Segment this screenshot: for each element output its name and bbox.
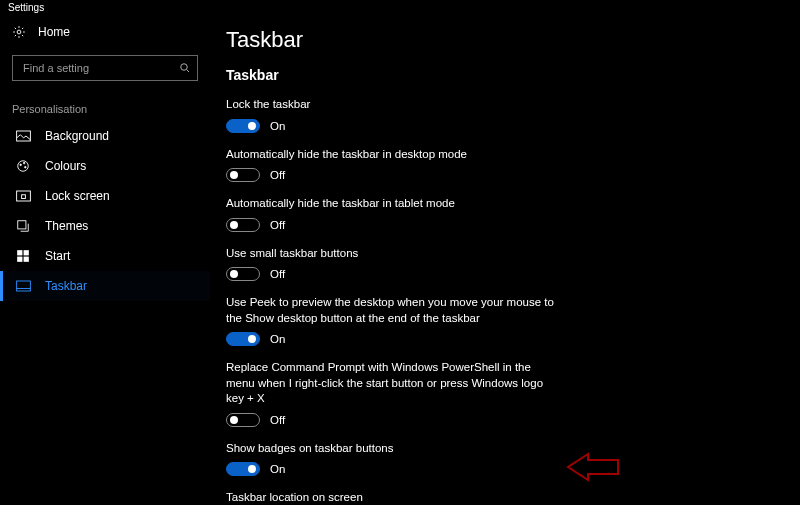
picture-icon <box>15 130 31 142</box>
sidebar-item-background[interactable]: Background <box>0 121 210 151</box>
toggle-peek[interactable] <box>226 332 260 346</box>
home-nav[interactable]: Home <box>0 19 210 45</box>
svg-rect-8 <box>21 195 25 199</box>
toggle-state: Off <box>270 219 285 231</box>
setting-label: Lock the taskbar <box>226 97 556 113</box>
setting-autohide-tablet: Automatically hide the taskbar in tablet… <box>226 196 556 232</box>
search-box[interactable] <box>12 55 198 81</box>
setting-peek: Use Peek to preview the desktop when you… <box>226 295 556 346</box>
toggle-state: On <box>270 463 285 475</box>
toggle-state: Off <box>270 268 285 280</box>
svg-rect-13 <box>24 257 29 262</box>
toggle-lock-taskbar[interactable] <box>226 119 260 133</box>
sidebar-item-themes[interactable]: Themes <box>0 211 210 241</box>
sidebar-item-label: Background <box>45 129 109 143</box>
toggle-badges[interactable] <box>226 462 260 476</box>
setting-lock-taskbar: Lock the taskbar On <box>226 97 556 133</box>
svg-point-3 <box>18 161 29 172</box>
toggle-state: On <box>270 333 285 345</box>
svg-rect-7 <box>16 191 30 201</box>
search-icon <box>179 62 191 74</box>
sidebar-item-colours[interactable]: Colours <box>0 151 210 181</box>
gear-icon <box>12 25 26 39</box>
svg-point-6 <box>25 166 27 168</box>
sidebar-item-taskbar[interactable]: Taskbar <box>0 271 210 301</box>
sidebar-item-label: Taskbar <box>45 279 87 293</box>
lockscreen-icon <box>15 190 31 202</box>
setting-label: Use Peek to preview the desktop when you… <box>226 295 556 326</box>
themes-icon <box>15 219 31 233</box>
sidebar-item-label: Start <box>45 249 70 263</box>
svg-rect-12 <box>17 257 22 262</box>
svg-rect-9 <box>18 221 26 229</box>
setting-autohide-desktop: Automatically hide the taskbar in deskto… <box>226 147 556 183</box>
svg-rect-11 <box>24 250 29 255</box>
toggle-state: Off <box>270 414 285 426</box>
svg-rect-14 <box>16 281 30 291</box>
sidebar-item-label: Lock screen <box>45 189 110 203</box>
svg-rect-10 <box>17 250 22 255</box>
start-icon <box>15 249 31 263</box>
content-pane: Taskbar Taskbar Lock the taskbar On Auto… <box>210 13 800 505</box>
toggle-small-buttons[interactable] <box>226 267 260 281</box>
home-label: Home <box>38 25 70 39</box>
toggle-state: Off <box>270 169 285 181</box>
svg-point-5 <box>23 162 25 164</box>
sidebar-item-start[interactable]: Start <box>0 241 210 271</box>
setting-label: Automatically hide the taskbar in deskto… <box>226 147 556 163</box>
toggle-state: On <box>270 120 285 132</box>
palette-icon <box>15 159 31 173</box>
setting-small-buttons: Use small taskbar buttons Off <box>226 246 556 282</box>
setting-label: Show badges on taskbar buttons <box>226 441 556 457</box>
page-title: Taskbar <box>226 27 800 53</box>
toggle-autohide-desktop[interactable] <box>226 168 260 182</box>
section-subhead: Taskbar <box>226 67 800 83</box>
sidebar-item-label: Themes <box>45 219 88 233</box>
toggle-autohide-tablet[interactable] <box>226 218 260 232</box>
setting-badges: Show badges on taskbar buttons On <box>226 441 556 477</box>
setting-label: Replace Command Prompt with Windows Powe… <box>226 360 556 407</box>
setting-taskbar-location: Taskbar location on screen Bottom <box>226 490 556 505</box>
setting-label: Automatically hide the taskbar in tablet… <box>226 196 556 212</box>
setting-label: Taskbar location on screen <box>226 490 556 505</box>
section-heading: Personalisation <box>0 85 210 121</box>
svg-point-0 <box>17 30 21 34</box>
svg-point-1 <box>181 64 188 71</box>
sidebar-item-label: Colours <box>45 159 86 173</box>
taskbar-icon <box>15 280 31 292</box>
window-titlebar: Settings <box>0 0 800 13</box>
window-title: Settings <box>8 2 44 13</box>
search-input[interactable] <box>21 61 179 75</box>
sidebar-item-lockscreen[interactable]: Lock screen <box>0 181 210 211</box>
toggle-powershell[interactable] <box>226 413 260 427</box>
setting-powershell: Replace Command Prompt with Windows Powe… <box>226 360 556 427</box>
sidebar: Home Personalisation Background <box>0 13 210 505</box>
setting-label: Use small taskbar buttons <box>226 246 556 262</box>
svg-point-4 <box>20 164 22 166</box>
